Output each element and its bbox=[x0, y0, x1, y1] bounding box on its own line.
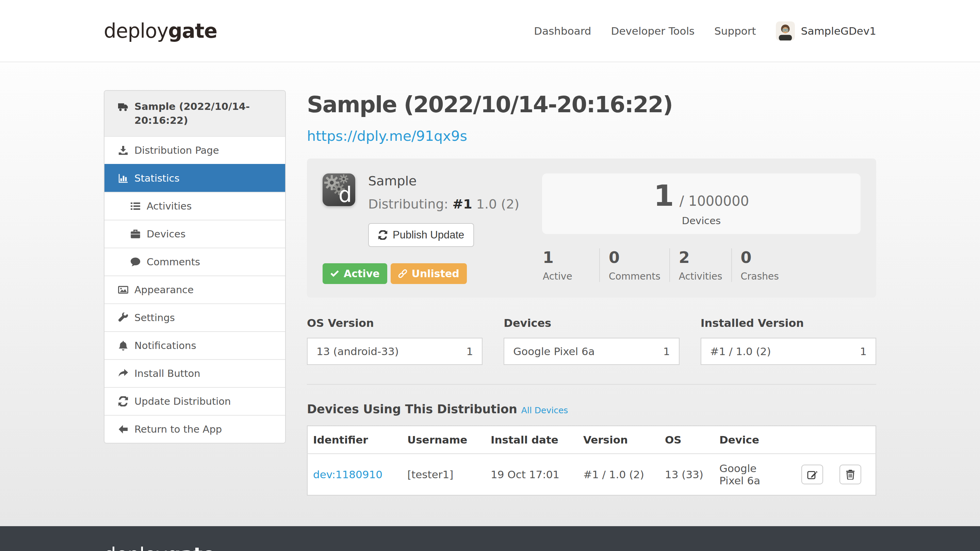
app-icon-letter: d bbox=[339, 182, 352, 207]
unlisted-status-badge: Unlisted bbox=[391, 263, 467, 284]
arrow-left-icon bbox=[118, 424, 128, 434]
top-header: deploygate Dashboard Developer Tools Sup… bbox=[0, 0, 980, 62]
distribution-url-link[interactable]: https://dply.me/91qx9s bbox=[307, 128, 467, 144]
truck-icon bbox=[118, 102, 128, 112]
device-version: #1 / 1.0 (2) bbox=[579, 454, 660, 495]
sidebar-item-return-to-app[interactable]: Return to the App bbox=[105, 415, 285, 443]
list-icon bbox=[130, 201, 140, 211]
devices-title: Devices bbox=[504, 317, 679, 330]
image-icon bbox=[118, 285, 128, 295]
stat-crashes: 0 Crashes bbox=[731, 248, 788, 282]
nav-support[interactable]: Support bbox=[714, 25, 756, 37]
briefcase-icon bbox=[130, 229, 140, 239]
delete-device-button[interactable] bbox=[840, 465, 861, 484]
stat-comments: 0 Comments bbox=[599, 248, 669, 282]
page-footer: deploygate About Us Terms of Use & Priva… bbox=[0, 526, 980, 551]
devices-section-title: Devices Using This DistributionAll Devic… bbox=[307, 402, 876, 416]
main-content: Sample (2022/10/14-20:16:22) https://dpl… bbox=[307, 90, 876, 495]
refresh-icon bbox=[118, 396, 128, 407]
devices-limit: / 1000000 bbox=[679, 193, 749, 209]
sidebar-distribution-title: Sample (2022/10/14-20:16:22) bbox=[105, 91, 285, 136]
sidebar-item-settings[interactable]: Settings bbox=[105, 303, 285, 331]
devices-summary: Devices Google Pixel 6a 1 bbox=[504, 317, 679, 365]
devices-row: Google Pixel 6a 1 bbox=[504, 338, 679, 365]
active-status-badge: Active bbox=[323, 263, 387, 284]
sidebar-item-distribution-page[interactable]: Distribution Page bbox=[105, 136, 285, 164]
devices-count: 1 bbox=[654, 181, 674, 210]
download-icon bbox=[118, 145, 128, 156]
sidebar-item-appearance[interactable]: Appearance bbox=[105, 275, 285, 303]
sidebar-item-comments[interactable]: Comments bbox=[105, 248, 285, 275]
edit-pencil-icon bbox=[807, 469, 817, 480]
footer-deploygate-logo: deploygate bbox=[104, 544, 377, 551]
page-body: Sample (2022/10/14-20:16:22) Distributio… bbox=[0, 62, 980, 526]
comment-icon bbox=[130, 257, 140, 267]
share-icon bbox=[118, 368, 128, 379]
bell-icon bbox=[118, 340, 128, 351]
distributing-version: Distributing: #1 1.0 (2) bbox=[368, 197, 519, 211]
link-icon bbox=[398, 269, 407, 278]
stat-active: 1 Active bbox=[542, 248, 599, 282]
app-name: Sample bbox=[368, 173, 519, 189]
trash-icon bbox=[845, 469, 856, 480]
nav-developer-tools[interactable]: Developer Tools bbox=[611, 25, 695, 37]
section-divider bbox=[307, 384, 876, 385]
os-version-summary: OS Version 13 (android-33) 1 bbox=[307, 317, 482, 365]
devices-table-header: Identifier Username Install date Version… bbox=[307, 426, 876, 454]
stats-row: 1 Active 0 Comments 2 Activities 0 bbox=[542, 248, 861, 282]
all-devices-link[interactable]: All Devices bbox=[521, 405, 568, 415]
publish-update-button[interactable]: Publish Update bbox=[368, 223, 474, 247]
edit-device-button[interactable] bbox=[801, 465, 823, 484]
sidebar-item-notifications[interactable]: Notifications bbox=[105, 331, 285, 359]
devices-table: Identifier Username Install date Version… bbox=[307, 426, 876, 495]
sidebar-item-devices[interactable]: Devices bbox=[105, 220, 285, 248]
deploygate-logo[interactable]: deploygate bbox=[104, 19, 217, 43]
device-os: 13 (33) bbox=[660, 454, 714, 495]
os-version-row: 13 (android-33) 1 bbox=[307, 338, 482, 365]
sidebar-item-activities[interactable]: Activities bbox=[105, 192, 285, 220]
user-avatar-icon bbox=[776, 21, 795, 40]
device-username: [tester1] bbox=[402, 454, 486, 495]
refresh-icon bbox=[378, 230, 388, 240]
stat-activities: 2 Activities bbox=[669, 248, 731, 282]
footer-language-section: Language English Japanese bbox=[377, 544, 451, 551]
sidebar-item-update-distribution[interactable]: Update Distribution bbox=[105, 387, 285, 415]
sidebar-item-statistics[interactable]: Statistics bbox=[105, 164, 285, 192]
wrench-icon bbox=[118, 313, 128, 323]
app-summary-card: d Sample Distributing: #1 1.0 (2) bbox=[307, 159, 876, 298]
installed-version-row: #1 / 1.0 (2) 1 bbox=[701, 338, 876, 365]
os-version-title: OS Version bbox=[307, 317, 482, 330]
devices-count-panel: 1 / 1000000 Devices bbox=[542, 173, 861, 234]
installed-version-summary: Installed Version #1 / 1.0 (2) 1 bbox=[701, 317, 876, 365]
distribution-sidebar: Sample (2022/10/14-20:16:22) Distributio… bbox=[104, 90, 286, 443]
app-icon: d bbox=[323, 173, 355, 206]
sidebar-item-install-button[interactable]: Install Button bbox=[105, 359, 285, 387]
installed-version-title: Installed Version bbox=[701, 317, 876, 330]
device-install-date: 19 Oct 17:01 bbox=[486, 454, 579, 495]
device-model: Google Pixel 6a bbox=[714, 454, 770, 495]
user-name: SampleGDev1 bbox=[801, 25, 876, 37]
page-title: Sample (2022/10/14-20:16:22) bbox=[307, 92, 876, 118]
user-menu[interactable]: SampleGDev1 bbox=[776, 21, 876, 40]
nav-dashboard[interactable]: Dashboard bbox=[534, 25, 591, 37]
check-icon bbox=[330, 269, 339, 278]
device-identifier-link[interactable]: dev:1180910 bbox=[313, 468, 382, 481]
device-table-row: dev:1180910 [tester1] 19 Oct 17:01 #1 / … bbox=[307, 454, 876, 495]
bar-chart-icon bbox=[118, 173, 128, 183]
main-nav: Dashboard Developer Tools Support Sample… bbox=[534, 21, 876, 40]
